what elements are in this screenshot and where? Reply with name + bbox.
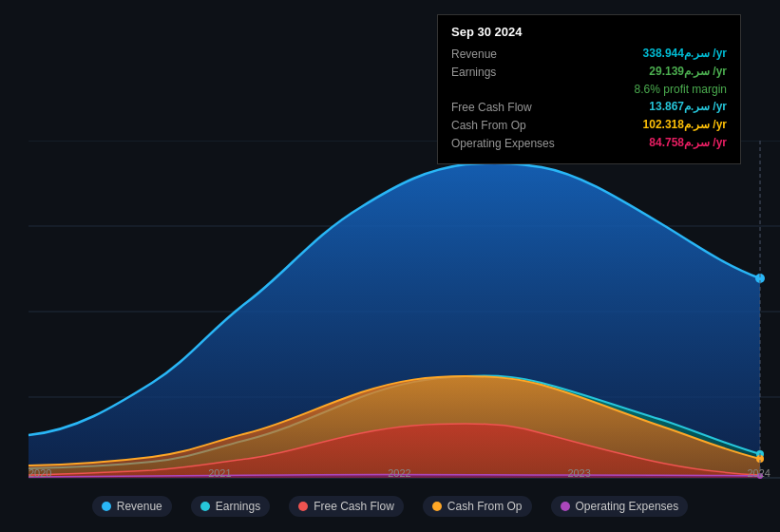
profit-margin-value: 8.6% profit margin bbox=[635, 83, 727, 96]
tooltip-value-fcf: 13.867سر.م /yr bbox=[649, 100, 727, 114]
tooltip-value-opex: 84.758سر.م /yr bbox=[649, 136, 727, 150]
x-axis-labels: 2020 2021 2022 2023 2024 bbox=[29, 467, 770, 479]
chart-svg bbox=[0, 141, 780, 483]
legend-dot-earnings bbox=[200, 502, 210, 511]
tooltip-value-earnings: 29.139سر.م /yr bbox=[649, 65, 727, 79]
tooltip-value-cashfromop: 102.318سر.م /yr bbox=[643, 118, 727, 132]
tooltip-label-cashfromop: Cash From Op bbox=[451, 119, 526, 132]
legend-label-revenue: Revenue bbox=[117, 500, 162, 513]
legend-label-opex: Operating Expenses bbox=[576, 500, 679, 513]
chart-legend: Revenue Earnings Free Cash Flow Cash Fro… bbox=[0, 496, 780, 517]
tooltip-row-cashfromop: Cash From Op 102.318سر.م /yr bbox=[451, 118, 727, 132]
tooltip-label-opex: Operating Expenses bbox=[451, 137, 555, 150]
legend-dot-opex bbox=[561, 502, 570, 511]
legend-label-fcf: Free Cash Flow bbox=[314, 500, 394, 513]
profit-margin-row: 8.6% profit margin bbox=[451, 83, 727, 96]
x-label-2020: 2020 bbox=[29, 467, 51, 479]
tooltip-row-fcf: Free Cash Flow 13.867سر.م /yr bbox=[451, 100, 727, 114]
legend-cashfromop[interactable]: Cash From Op bbox=[423, 496, 532, 517]
legend-dot-fcf bbox=[298, 502, 308, 511]
chart-container: Sep 30 2024 Revenue 338.944سر.م /yr Earn… bbox=[0, 0, 780, 532]
tooltip-date: Sep 30 2024 bbox=[451, 25, 727, 39]
tooltip-row-opex: Operating Expenses 84.758سر.م /yr bbox=[451, 136, 727, 150]
tooltip-box: Sep 30 2024 Revenue 338.944سر.م /yr Earn… bbox=[437, 14, 741, 164]
legend-earnings[interactable]: Earnings bbox=[191, 496, 270, 517]
legend-dot-revenue bbox=[102, 502, 111, 511]
legend-label-earnings: Earnings bbox=[216, 500, 260, 513]
x-label-2021: 2021 bbox=[208, 467, 231, 479]
tooltip-value-revenue: 338.944سر.م /yr bbox=[643, 47, 727, 61]
legend-fcf[interactable]: Free Cash Flow bbox=[289, 496, 404, 517]
x-label-2024: 2024 bbox=[748, 467, 770, 479]
tooltip-row-revenue: Revenue 338.944سر.م /yr bbox=[451, 47, 727, 61]
tooltip-label-earnings: Earnings bbox=[451, 66, 496, 79]
legend-label-cashfromop: Cash From Op bbox=[447, 500, 523, 513]
tooltip-row-earnings: Earnings 29.139سر.م /yr bbox=[451, 65, 727, 79]
legend-revenue[interactable]: Revenue bbox=[92, 496, 172, 517]
tooltip-label-fcf: Free Cash Flow bbox=[451, 101, 532, 114]
legend-dot-cashfromop bbox=[432, 502, 442, 511]
x-label-2023: 2023 bbox=[567, 467, 590, 479]
legend-opex[interactable]: Operating Expenses bbox=[551, 496, 689, 517]
tooltip-label-revenue: Revenue bbox=[451, 48, 497, 61]
x-label-2022: 2022 bbox=[388, 467, 410, 479]
chart-area bbox=[0, 141, 780, 480]
